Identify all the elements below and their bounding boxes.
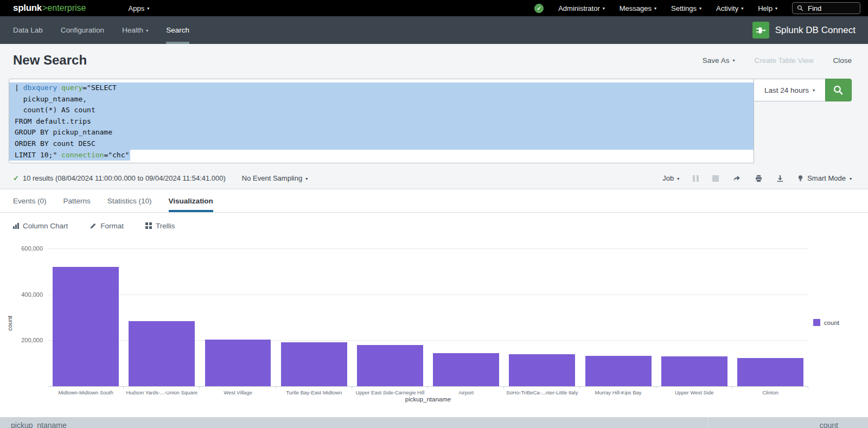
find-input[interactable] xyxy=(807,4,856,13)
apps-menu[interactable]: Apps ▾ xyxy=(129,4,150,12)
tab-events-0[interactable]: Events (0) xyxy=(13,189,47,212)
topbar-menu-messages[interactable]: Messages▾ xyxy=(620,4,656,12)
health-status-icon[interactable]: ✓ xyxy=(534,4,544,13)
trellis-icon xyxy=(145,222,152,229)
query-token xyxy=(57,84,61,92)
search-mode-dropdown[interactable]: Smart Mode ▾ xyxy=(797,174,852,182)
query-token: FROM default.trips xyxy=(15,117,91,125)
find-search[interactable] xyxy=(792,2,860,14)
pause-icon[interactable] xyxy=(693,175,699,182)
menu-label: Activity xyxy=(716,4,738,12)
time-range-picker[interactable]: Last 24 hours ▾ xyxy=(754,79,826,101)
chart-bar[interactable] xyxy=(509,354,575,386)
statistics-table-header: pickup_ntaname count xyxy=(0,417,868,428)
caret-down-icon: ▾ xyxy=(146,29,148,33)
chart-bar[interactable] xyxy=(205,340,271,386)
download-icon[interactable] xyxy=(776,175,784,182)
save-as-button[interactable]: Save As ▾ xyxy=(703,56,735,65)
event-sampling-dropdown[interactable]: No Event Sampling ▾ xyxy=(242,174,308,182)
search-mode-label: Smart Mode xyxy=(807,174,846,182)
chart-slot: Hudson Yards-...-Union Square xyxy=(124,245,200,386)
chart-bar[interactable] xyxy=(433,353,499,386)
search-icon xyxy=(797,5,803,11)
y-tick-label: 600,000 xyxy=(21,245,43,252)
menu-label: Messages xyxy=(620,4,652,12)
topbar-right: ✓ Administrator▾Messages▾Settings▾Activi… xyxy=(534,2,860,14)
query-line: LIMIT 10;" connection="chc" xyxy=(9,150,130,161)
logo-brand: splunk xyxy=(13,3,42,14)
pencil-icon xyxy=(90,222,97,229)
chart-type-button[interactable]: Column Chart xyxy=(13,222,68,230)
print-icon[interactable] xyxy=(755,175,763,182)
trellis-button[interactable]: Trellis xyxy=(145,222,175,230)
results-summary: 10 results (08/04/2024 11:00:00.000 to 0… xyxy=(23,174,226,182)
chart-slot: Clinton xyxy=(732,245,808,386)
search-submit-button[interactable] xyxy=(825,79,852,101)
chart-bar[interactable] xyxy=(281,342,347,386)
search-header-region: New Search Save As ▾ Create Table View C… xyxy=(0,44,868,189)
query-line: ORDER BY count DESC xyxy=(9,138,754,150)
tab-patterns[interactable]: Patterns xyxy=(63,189,91,212)
query-line: GROUP BY pickup_ntaname xyxy=(9,127,754,138)
caret-down-icon: ▾ xyxy=(775,7,777,11)
query-token: LIMIT 10;" xyxy=(15,151,61,159)
topbar-menus: Administrator▾Messages▾Settings▾Activity… xyxy=(558,4,777,12)
format-button[interactable]: Format xyxy=(90,222,124,230)
tab-statistics-10[interactable]: Statistics (10) xyxy=(107,189,152,212)
topbar-menu-settings[interactable]: Settings▾ xyxy=(671,4,701,12)
topbar-menu-activity[interactable]: Activity▾ xyxy=(716,4,743,12)
job-controls: Job ▾ Smart Mode xyxy=(662,174,852,182)
appbar-item-search[interactable]: Search xyxy=(166,16,189,44)
chart-legend[interactable]: count xyxy=(813,319,839,326)
caret-down-icon: ▾ xyxy=(147,7,149,11)
query-line: pickup_ntaname, xyxy=(9,94,754,105)
chart-slot: Midtown-Midtown South xyxy=(48,245,124,386)
appbar-item-label: Data Lab xyxy=(13,26,43,34)
y-tick-label: 200,000 xyxy=(21,337,43,343)
caret-down-icon: ▾ xyxy=(850,177,852,181)
chart-slot: West Village xyxy=(200,245,276,386)
appbar-item-label: Health xyxy=(122,26,143,34)
search-icon xyxy=(833,85,844,96)
column-chart-icon xyxy=(13,223,19,229)
tab-visualization[interactable]: Visualization xyxy=(169,189,213,212)
app-navbar: Data LabConfigurationHealth▾Search Splun… xyxy=(0,16,868,44)
chart-slot: Airport xyxy=(428,245,504,386)
stop-icon[interactable] xyxy=(712,175,719,182)
lightbulb-icon xyxy=(797,175,803,182)
appbar-item-configuration[interactable]: Configuration xyxy=(61,16,104,44)
search-query-input[interactable]: | dbxquery query="SELECT pickup_ntaname,… xyxy=(9,79,754,163)
app-identity[interactable]: Splunk DB Connect xyxy=(752,16,856,44)
appbar-item-label: Search xyxy=(166,26,189,34)
chart-bar[interactable] xyxy=(357,345,423,386)
topbar-menu-help[interactable]: Help▾ xyxy=(758,4,777,12)
chart-bar[interactable] xyxy=(585,356,652,386)
close-button[interactable]: Close xyxy=(833,56,852,65)
query-token: pickup_ntaname, xyxy=(15,95,87,103)
share-icon[interactable] xyxy=(732,174,741,182)
query-token: ORDER BY count DESC xyxy=(15,139,95,148)
app-nav-items: Data LabConfigurationHealth▾Search xyxy=(13,16,189,44)
chart-bar[interactable] xyxy=(53,267,119,386)
appbar-item-data-lab[interactable]: Data Lab xyxy=(13,16,43,44)
appbar-item-health[interactable]: Health▾ xyxy=(122,16,148,44)
job-menu[interactable]: Job ▾ xyxy=(662,174,679,182)
chart-bar[interactable] xyxy=(129,321,195,386)
chart-slot: Murray Hill-Kips Bay xyxy=(580,245,656,386)
time-range-label: Last 24 hours xyxy=(764,86,809,94)
chart-slot: Upper West Side xyxy=(656,245,732,386)
splunk-enterprise-logo[interactable]: splunk>enterprise xyxy=(13,3,86,14)
query-token: connection xyxy=(61,151,104,159)
x-category-label: Clinton xyxy=(726,389,815,395)
caret-down-icon: ▾ xyxy=(603,7,605,11)
column-header-pickup-ntaname[interactable]: pickup_ntaname xyxy=(0,417,707,428)
menu-label: Settings xyxy=(671,4,697,12)
chart-bar[interactable] xyxy=(661,356,727,386)
topbar-menu-administrator[interactable]: Administrator▾ xyxy=(558,4,605,12)
chart-bar[interactable] xyxy=(737,358,803,386)
create-table-view-button[interactable]: Create Table View xyxy=(754,56,813,65)
legend-swatch xyxy=(813,319,820,326)
column-header-count[interactable]: count xyxy=(707,417,868,428)
page-title: New Search xyxy=(13,53,87,68)
chart-type-label: Column Chart xyxy=(23,222,68,230)
